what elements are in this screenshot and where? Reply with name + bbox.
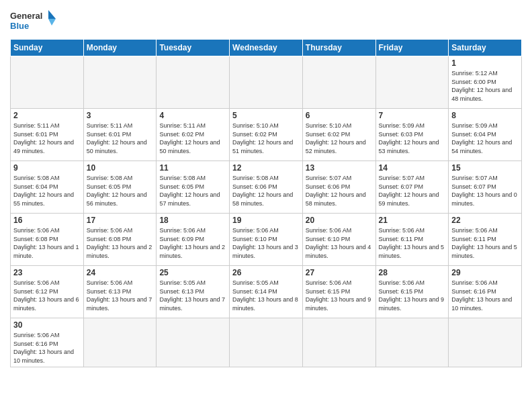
col-sunday: Sunday <box>11 40 84 56</box>
day-number: 18 <box>159 216 226 225</box>
day-number: 1 <box>451 58 519 68</box>
calendar-cell <box>83 318 157 367</box>
svg-marker-2 <box>48 10 56 19</box>
svg-text:General: General <box>10 11 42 21</box>
day-number: 2 <box>13 111 81 120</box>
calendar-cell: 5Sunrise: 5:10 AM Sunset: 6:02 PM Daylig… <box>230 109 303 161</box>
day-info: Sunrise: 5:10 AM Sunset: 6:02 PM Dayligh… <box>232 122 300 155</box>
calendar-cell: 4Sunrise: 5:11 AM Sunset: 6:02 PM Daylig… <box>157 109 230 161</box>
day-number: 24 <box>87 268 154 277</box>
calendar-cell <box>375 318 449 367</box>
page: General Blue Sunday Monday Tuesday Wedne… <box>0 0 532 411</box>
calendar-header-row: Sunday Monday Tuesday Wednesday Thursday… <box>11 40 522 56</box>
day-number: 3 <box>87 111 154 120</box>
day-info: Sunrise: 5:07 AM Sunset: 6:07 PM Dayligh… <box>379 174 446 208</box>
calendar-cell: 9Sunrise: 5:08 AM Sunset: 6:04 PM Daylig… <box>11 161 84 214</box>
day-info: Sunrise: 5:06 AM Sunset: 6:15 PM Dayligh… <box>306 279 373 312</box>
day-info: Sunrise: 5:06 AM Sunset: 6:16 PM Dayligh… <box>13 331 81 365</box>
col-saturday: Saturday <box>449 40 522 56</box>
day-number: 16 <box>13 216 81 225</box>
col-tuesday: Tuesday <box>157 40 230 56</box>
day-info: Sunrise: 5:07 AM Sunset: 6:07 PM Dayligh… <box>451 174 519 208</box>
day-number: 23 <box>13 268 81 277</box>
day-number: 5 <box>232 111 300 120</box>
svg-text:Blue: Blue <box>10 21 29 31</box>
day-info: Sunrise: 5:11 AM Sunset: 6:01 PM Dayligh… <box>13 122 81 155</box>
day-number: 30 <box>13 320 81 330</box>
calendar-cell: 23Sunrise: 5:06 AM Sunset: 6:12 PM Dayli… <box>11 266 84 318</box>
calendar-cell <box>83 56 157 109</box>
day-number: 20 <box>306 216 373 225</box>
day-info: Sunrise: 5:06 AM Sunset: 6:10 PM Dayligh… <box>232 226 300 260</box>
calendar-cell: 25Sunrise: 5:05 AM Sunset: 6:13 PM Dayli… <box>157 266 230 318</box>
day-number: 29 <box>451 268 519 277</box>
calendar-cell <box>230 318 303 367</box>
calendar-cell: 18Sunrise: 5:06 AM Sunset: 6:09 PM Dayli… <box>157 214 230 266</box>
col-thursday: Thursday <box>302 40 375 56</box>
day-number: 6 <box>306 111 373 120</box>
calendar-cell: 24Sunrise: 5:06 AM Sunset: 6:13 PM Dayli… <box>83 266 157 318</box>
day-number: 22 <box>451 216 519 225</box>
day-number: 11 <box>159 163 226 173</box>
day-info: Sunrise: 5:11 AM Sunset: 6:01 PM Dayligh… <box>87 122 154 155</box>
calendar-cell: 3Sunrise: 5:11 AM Sunset: 6:01 PM Daylig… <box>83 109 157 161</box>
calendar-cell: 27Sunrise: 5:06 AM Sunset: 6:15 PM Dayli… <box>302 266 375 318</box>
calendar-cell: 2Sunrise: 5:11 AM Sunset: 6:01 PM Daylig… <box>11 109 84 161</box>
calendar-cell: 22Sunrise: 5:06 AM Sunset: 6:11 PM Dayli… <box>449 214 522 266</box>
day-info: Sunrise: 5:06 AM Sunset: 6:10 PM Dayligh… <box>306 226 373 260</box>
calendar-cell <box>11 56 84 109</box>
calendar-cell: 7Sunrise: 5:09 AM Sunset: 6:03 PM Daylig… <box>375 109 449 161</box>
day-info: Sunrise: 5:06 AM Sunset: 6:12 PM Dayligh… <box>13 279 81 312</box>
day-number: 9 <box>13 163 81 173</box>
calendar-cell <box>230 56 303 109</box>
day-number: 8 <box>451 111 519 120</box>
day-info: Sunrise: 5:05 AM Sunset: 6:13 PM Dayligh… <box>159 279 226 312</box>
day-info: Sunrise: 5:08 AM Sunset: 6:05 PM Dayligh… <box>159 174 226 208</box>
header: General Blue <box>10 7 522 34</box>
day-info: Sunrise: 5:10 AM Sunset: 6:02 PM Dayligh… <box>306 122 373 155</box>
day-info: Sunrise: 5:06 AM Sunset: 6:09 PM Dayligh… <box>159 226 226 260</box>
day-info: Sunrise: 5:11 AM Sunset: 6:02 PM Dayligh… <box>159 122 226 155</box>
day-info: Sunrise: 5:06 AM Sunset: 6:08 PM Dayligh… <box>13 226 81 260</box>
calendar-cell: 12Sunrise: 5:08 AM Sunset: 6:06 PM Dayli… <box>230 161 303 214</box>
day-info: Sunrise: 5:06 AM Sunset: 6:16 PM Dayligh… <box>451 279 519 312</box>
calendar-cell: 1Sunrise: 5:12 AM Sunset: 6:00 PM Daylig… <box>449 56 522 109</box>
day-number: 15 <box>451 163 519 173</box>
day-info: Sunrise: 5:12 AM Sunset: 6:00 PM Dayligh… <box>451 69 519 103</box>
calendar-cell: 19Sunrise: 5:06 AM Sunset: 6:10 PM Dayli… <box>230 214 303 266</box>
calendar-cell: 20Sunrise: 5:06 AM Sunset: 6:10 PM Dayli… <box>302 214 375 266</box>
calendar-cell <box>157 56 230 109</box>
calendar-cell: 26Sunrise: 5:05 AM Sunset: 6:14 PM Dayli… <box>230 266 303 318</box>
day-number: 21 <box>379 216 446 225</box>
day-info: Sunrise: 5:07 AM Sunset: 6:06 PM Dayligh… <box>306 174 373 208</box>
calendar-cell: 28Sunrise: 5:06 AM Sunset: 6:15 PM Dayli… <box>375 266 449 318</box>
day-number: 12 <box>232 163 300 173</box>
day-info: Sunrise: 5:06 AM Sunset: 6:11 PM Dayligh… <box>451 226 519 260</box>
logo-svg: General Blue <box>10 7 57 34</box>
calendar-table: Sunday Monday Tuesday Wednesday Thursday… <box>10 39 522 367</box>
calendar-cell: 29Sunrise: 5:06 AM Sunset: 6:16 PM Dayli… <box>449 266 522 318</box>
calendar-cell: 30Sunrise: 5:06 AM Sunset: 6:16 PM Dayli… <box>11 318 84 367</box>
calendar-cell: 14Sunrise: 5:07 AM Sunset: 6:07 PM Dayli… <box>375 161 449 214</box>
svg-marker-3 <box>48 19 56 26</box>
day-info: Sunrise: 5:08 AM Sunset: 6:06 PM Dayligh… <box>232 174 300 208</box>
day-info: Sunrise: 5:06 AM Sunset: 6:11 PM Dayligh… <box>379 226 446 260</box>
col-monday: Monday <box>83 40 157 56</box>
calendar-cell: 10Sunrise: 5:08 AM Sunset: 6:05 PM Dayli… <box>83 161 157 214</box>
day-number: 28 <box>379 268 446 277</box>
col-friday: Friday <box>375 40 449 56</box>
day-number: 19 <box>232 216 300 225</box>
day-number: 27 <box>306 268 373 277</box>
logo: General Blue <box>10 7 57 34</box>
calendar-cell: 8Sunrise: 5:09 AM Sunset: 6:04 PM Daylig… <box>449 109 522 161</box>
calendar-cell: 15Sunrise: 5:07 AM Sunset: 6:07 PM Dayli… <box>449 161 522 214</box>
day-info: Sunrise: 5:08 AM Sunset: 6:05 PM Dayligh… <box>87 174 154 208</box>
day-info: Sunrise: 5:06 AM Sunset: 6:13 PM Dayligh… <box>87 279 154 312</box>
calendar-cell: 16Sunrise: 5:06 AM Sunset: 6:08 PM Dayli… <box>11 214 84 266</box>
calendar-cell: 11Sunrise: 5:08 AM Sunset: 6:05 PM Dayli… <box>157 161 230 214</box>
day-number: 25 <box>159 268 226 277</box>
day-number: 10 <box>87 163 154 173</box>
calendar-cell: 17Sunrise: 5:06 AM Sunset: 6:08 PM Dayli… <box>83 214 157 266</box>
day-number: 26 <box>232 268 300 277</box>
day-info: Sunrise: 5:06 AM Sunset: 6:08 PM Dayligh… <box>87 226 154 260</box>
